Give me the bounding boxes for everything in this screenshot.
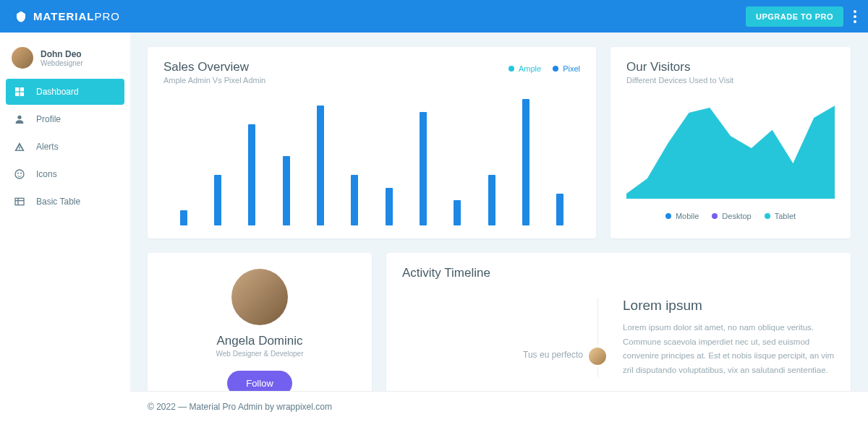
card-sales-overview: Sales Overview Ample Admin Vs Pixel Admi… bbox=[148, 47, 596, 238]
more-menu-icon[interactable] bbox=[851, 10, 859, 23]
bar bbox=[283, 156, 290, 225]
card-visitors: Our Visitors Different Devices Used to V… bbox=[610, 47, 851, 238]
sidebar-item-label: Dashboard bbox=[36, 87, 79, 97]
dashboard-icon bbox=[13, 85, 26, 98]
svg-point-9 bbox=[20, 173, 22, 174]
sidebar-user[interactable]: Dohn Deo Webdesigner bbox=[0, 43, 130, 79]
profile-avatar bbox=[231, 269, 288, 325]
visitors-title: Our Visitors bbox=[626, 60, 835, 74]
sidebar: Dohn Deo Webdesigner DashboardProfileAle… bbox=[0, 33, 130, 422]
timeline-left-label: Tus eu perfecto bbox=[402, 298, 597, 377]
svg-rect-1 bbox=[20, 87, 24, 91]
activity-title: Activity Timeline bbox=[402, 266, 835, 280]
sidebar-item-label: Icons bbox=[36, 169, 57, 179]
sales-title: Sales Overview bbox=[163, 60, 265, 74]
bar bbox=[522, 99, 529, 225]
face-icon bbox=[13, 168, 26, 181]
footer: © 2022 — Material Pro Admin by wrappixel… bbox=[130, 391, 868, 422]
timeline-divider bbox=[597, 298, 598, 377]
svg-rect-2 bbox=[15, 92, 19, 96]
svg-point-4 bbox=[17, 116, 21, 119]
svg-rect-0 bbox=[15, 87, 19, 91]
bar bbox=[214, 175, 221, 225]
bar bbox=[488, 175, 495, 225]
bar bbox=[248, 124, 255, 225]
bar bbox=[317, 106, 324, 225]
bar bbox=[454, 200, 461, 225]
timeline-heading: Lorem ipsum bbox=[623, 298, 835, 314]
sidebar-item-label: Basic Table bbox=[36, 197, 80, 207]
brand-logo[interactable]: MATERIALPRO bbox=[14, 10, 120, 23]
main-content: Sales Overview Ample Admin Vs Pixel Admi… bbox=[130, 33, 868, 422]
topbar: MATERIALPRO UPGRADE TO PRO bbox=[0, 0, 868, 33]
svg-rect-6 bbox=[19, 149, 20, 150]
sidebar-nav: DashboardProfileAlertsIconsBasic Table bbox=[0, 79, 130, 215]
svg-point-7 bbox=[15, 170, 24, 178]
table-icon bbox=[13, 195, 26, 208]
user-name: Dohn Deo bbox=[41, 49, 83, 59]
sidebar-item-alerts[interactable]: Alerts bbox=[6, 134, 124, 160]
avatar bbox=[12, 47, 33, 69]
visitors-subtitle: Different Devices Used to Visit bbox=[626, 76, 835, 85]
svg-rect-5 bbox=[19, 147, 20, 149]
sidebar-item-label: Alerts bbox=[36, 142, 59, 152]
timeline-avatar bbox=[587, 345, 608, 367]
sidebar-item-basic-table[interactable]: Basic Table bbox=[6, 189, 124, 215]
person-icon bbox=[13, 113, 26, 126]
legend-item: Mobile bbox=[665, 212, 699, 220]
bar bbox=[420, 112, 427, 226]
bar bbox=[180, 210, 187, 225]
sales-subtitle: Ample Admin Vs Pixel Admin bbox=[163, 76, 265, 85]
legend-item: Ample bbox=[509, 64, 541, 73]
card-activity: Activity Timeline Tus eu perfecto Lorem … bbox=[386, 253, 851, 409]
card-profile: Angela Dominic Web Designer & Developer … bbox=[148, 253, 372, 409]
bar bbox=[351, 175, 358, 225]
timeline-body: Lorem ipsum dolor sit amet, no nam obliq… bbox=[623, 321, 835, 377]
logo-icon bbox=[14, 10, 27, 23]
legend-item: Pixel bbox=[553, 64, 580, 73]
svg-point-8 bbox=[17, 173, 19, 174]
profile-name: Angela Dominic bbox=[163, 334, 356, 348]
bar bbox=[386, 188, 393, 226]
visitors-legend: MobileDesktopTablet bbox=[626, 212, 835, 220]
legend-item: Desktop bbox=[712, 212, 751, 220]
bar bbox=[556, 194, 563, 225]
upgrade-button[interactable]: UPGRADE TO PRO bbox=[746, 7, 843, 27]
sales-legend: AmplePixel bbox=[509, 64, 580, 73]
warning-icon bbox=[13, 140, 26, 153]
profile-role: Web Designer & Developer bbox=[163, 350, 356, 358]
svg-rect-3 bbox=[20, 92, 24, 96]
legend-item: Tablet bbox=[765, 212, 796, 220]
sales-bar-chart bbox=[163, 99, 580, 225]
sidebar-item-icons[interactable]: Icons bbox=[6, 161, 124, 187]
sidebar-item-profile[interactable]: Profile bbox=[6, 106, 124, 132]
sidebar-item-dashboard[interactable]: Dashboard bbox=[6, 79, 124, 105]
visitors-area-chart bbox=[626, 98, 835, 199]
sidebar-item-label: Profile bbox=[36, 114, 61, 124]
svg-rect-10 bbox=[15, 198, 24, 204]
user-role: Webdesigner bbox=[41, 59, 83, 67]
